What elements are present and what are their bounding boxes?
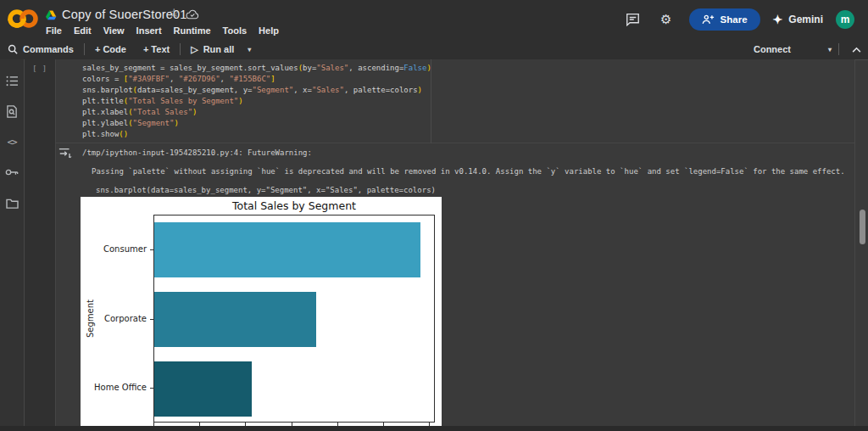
add-text-button[interactable]: + Text	[135, 39, 178, 59]
bar-consumer	[154, 222, 420, 277]
connect-button[interactable]: Connect	[754, 44, 791, 54]
menu-view[interactable]: View	[97, 25, 131, 39]
cloud-save-icon[interactable]	[186, 9, 199, 20]
code-line: sns.barplot(data=sales_by_segment, y="Se…	[82, 85, 431, 96]
toolbar-right: Connect ▾	[754, 39, 868, 59]
search-icon	[8, 44, 18, 54]
secrets-key-icon[interactable]	[3, 163, 21, 182]
chevron-down-icon[interactable]: ▾	[248, 46, 251, 53]
add-text-label: + Text	[143, 44, 170, 54]
cell-run-indicator[interactable]: [ ]	[32, 64, 47, 73]
cell-output-area: /tmp/ipython-input-1954285210.py:4: Futu…	[56, 144, 854, 426]
vertical-scrollbar-thumb[interactable]	[860, 210, 865, 244]
y-tick-mark	[150, 319, 153, 320]
gemini-label: Gemini	[788, 14, 823, 25]
share-person-icon	[702, 14, 715, 25]
y-tick-mark	[150, 249, 153, 250]
code-line: colors = ["#3A9FBF", "#267D96", "#155B6C…	[82, 74, 431, 85]
files-folder-icon[interactable]	[3, 193, 21, 212]
toolbar-divider	[838, 43, 839, 55]
bar-corporate	[154, 292, 316, 347]
run-all-label: Run all	[203, 44, 235, 54]
share-button[interactable]: Share	[689, 8, 760, 31]
connect-chevron-down-icon[interactable]: ▾	[828, 46, 832, 53]
y-tick-label: Consumer	[81, 244, 147, 254]
chevron-up-icon	[852, 47, 861, 53]
bar-chart-output: Total Sales by Segment Segment ConsumerC…	[81, 197, 442, 426]
toolbar-divider	[180, 43, 181, 55]
warning-code-line: sns.barplot(data=sales_by_segment, y="Se…	[96, 186, 436, 194]
table-of-contents-icon[interactable]	[3, 71, 21, 90]
menu-bar: FileEditViewInsertRuntimeToolsHelp	[40, 25, 285, 39]
drive-icon	[46, 10, 58, 21]
settings-gear-icon[interactable]: ⚙	[656, 9, 676, 30]
menu-tools[interactable]: Tools	[217, 25, 253, 39]
account-avatar[interactable]: m	[836, 10, 854, 29]
star-outline-icon[interactable]: ☆	[169, 6, 180, 20]
add-code-button[interactable]: + Code	[86, 39, 135, 59]
menu-help[interactable]: Help	[253, 25, 285, 39]
add-code-label: + Code	[95, 44, 126, 54]
code-line: plt.show()	[82, 129, 431, 140]
run-all-button[interactable]: ▷ Run all ▾	[182, 39, 259, 59]
gemini-sparkle-icon: ✦	[773, 13, 783, 26]
toolbar: Commands + Code + Text ▷ Run all ▾ Conne…	[0, 39, 868, 60]
toolbar-divider	[84, 43, 85, 55]
run-icon: ▷	[191, 44, 198, 55]
y-tick-label: Home Office	[81, 383, 147, 392]
warning-message-line: Passing `palette` without assigning `hue…	[92, 167, 845, 176]
menu-runtime[interactable]: Runtime	[168, 25, 217, 39]
code-line: sales_by_segment = sales_by_segment.sort…	[82, 63, 431, 74]
commands-label: Commands	[23, 44, 74, 54]
commands-button[interactable]: Commands	[0, 39, 82, 59]
warning-path-line: /tmp/ipython-input-1954285210.py:4: Futu…	[82, 148, 312, 157]
find-replace-icon[interactable]	[3, 102, 21, 120]
menu-edit[interactable]: Edit	[68, 25, 97, 39]
collapse-header-button[interactable]	[846, 39, 866, 59]
code-lines: sales_by_segment = sales_by_segment.sort…	[82, 63, 431, 140]
share-label: Share	[721, 14, 748, 25]
y-tick-mark	[150, 388, 153, 389]
chart-title: Total Sales by Segment	[153, 199, 435, 212]
content-right-border	[854, 59, 855, 426]
y-tick-label: Corporate	[81, 314, 147, 323]
colab-logo-icon[interactable]	[8, 8, 38, 30]
code-line: plt.ylabel("Segment")	[82, 118, 431, 129]
menu-file[interactable]: File	[40, 25, 68, 39]
editor-divider	[431, 59, 431, 143]
colab-window: Copy of SuoerStore01 ☆ FileEditViewInser…	[0, 0, 868, 431]
header: Copy of SuoerStore01 ☆ FileEditViewInser…	[0, 0, 868, 39]
plot-area	[153, 215, 435, 423]
header-actions: ⚙ Share ✦ Gemini m	[623, 0, 854, 39]
code-snippets-icon[interactable]: <>	[3, 132, 21, 151]
output-options-icon[interactable]	[58, 148, 73, 160]
window-bottom-edge	[0, 426, 868, 431]
gemini-button[interactable]: ✦ Gemini	[773, 13, 823, 26]
cell-gutter: [ ]	[25, 59, 56, 426]
comments-icon[interactable]	[623, 9, 643, 30]
code-cell-editor[interactable]: sales_by_segment = sales_by_segment.sort…	[56, 59, 854, 143]
code-line: plt.xlabel("Total Sales")	[82, 107, 431, 118]
menu-insert[interactable]: Insert	[131, 25, 168, 39]
left-sidebar: <>	[0, 59, 25, 426]
bar-home-office	[154, 361, 252, 417]
code-line: plt.title("Total Sales by Segment")	[82, 96, 431, 107]
